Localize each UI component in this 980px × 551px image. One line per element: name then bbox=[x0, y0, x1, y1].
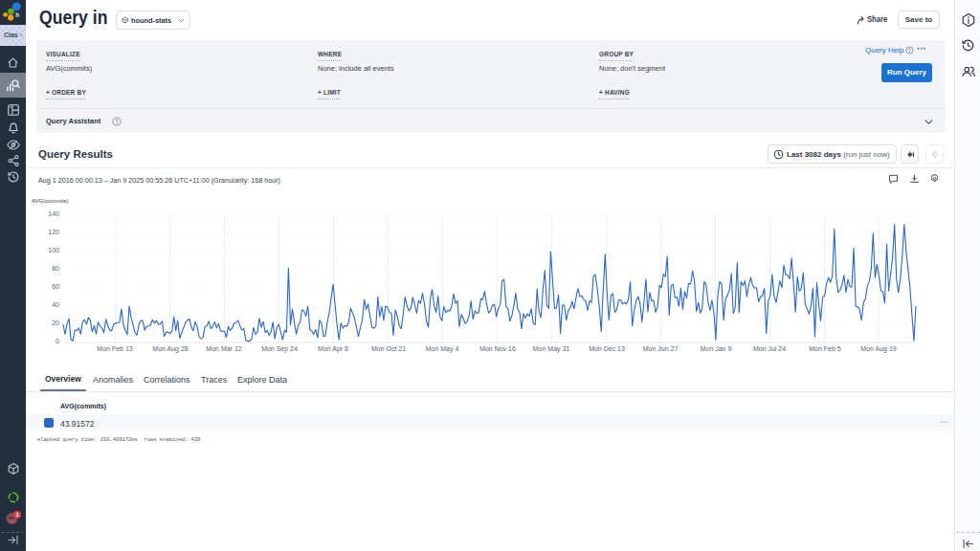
svg-text:h: h bbox=[15, 11, 19, 18]
